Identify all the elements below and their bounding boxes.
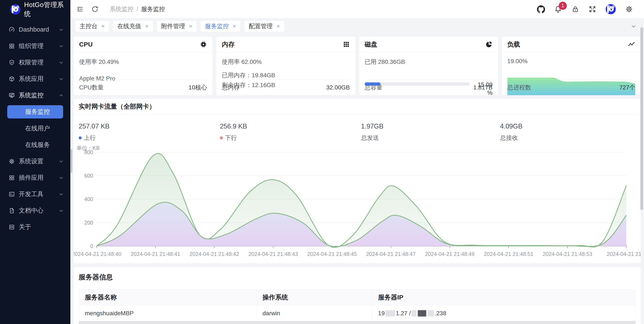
server-table: 服务器名称 操作系统 服务器IP mengshuaideMBP darwin 1… [79,289,636,321]
memory-footer-label: 总内存 [222,84,326,92]
monitor-chart-icon [8,92,15,99]
chevron-down-icon [58,76,64,82]
breadcrumb-page[interactable]: 服务监控 [141,5,165,13]
tab-attachments[interactable]: 附件管理× [157,21,197,32]
sidebar-item-org[interactable]: 组织管理 [0,38,70,54]
load-footer-label: 总进程数 [507,84,620,92]
content-scrollbar[interactable] [71,149,72,173]
chevron-down-icon [58,175,64,181]
upstream-dot [79,136,82,139]
avatar[interactable] [606,4,616,14]
sidebar-item-about[interactable]: 关于 [0,219,70,235]
notifications-button[interactable]: 1 [554,5,562,13]
fullscreen-icon[interactable] [588,5,596,13]
cpu-chip-icon [200,41,207,48]
tabbar: 主控台× 在线充值× 附件管理× 服务监控× 配置管理× [70,18,644,34]
cpu-footer-label: CPU数量 [79,84,188,92]
svg-text:600: 600 [84,173,93,179]
sidebar-subitem-label: 在线用户 [25,124,50,133]
tab-close-icon[interactable]: × [101,23,105,30]
load-footer-value: 727个 [619,84,635,92]
disk-card-title: 磁盘 [365,40,485,49]
svg-text:2024-04-21 21:48:51: 2024-04-21 21:48:51 [484,251,533,257]
table-row: mengshuaideMBP darwin 191.27 / .238 [79,305,636,321]
disk-used: 已用 280.36GB [365,58,492,66]
chevron-down-icon [58,43,64,49]
disk-footer-label: 总容量 [365,84,474,92]
chevron-down-icon [58,208,64,213]
refresh-icon[interactable] [91,6,98,13]
page-scrollbar[interactable] [640,27,643,210]
traffic-panel: 实时网卡流量（全部网卡） 257.07 KB 上行 256.9 KB 下行 1.… [73,99,641,264]
memory-footer-value: 32.00GB [326,84,350,91]
chevron-up-icon [58,93,64,98]
tab-service-monitor[interactable]: 服务监控× [200,21,240,32]
tab-close-icon[interactable]: × [276,23,280,30]
app-title: HotGo管理系统 [24,1,70,18]
tab-close-icon[interactable]: × [145,23,148,30]
downstream-dot [220,136,223,139]
server-title: 服务器信息 [79,272,113,282]
memory-used: 已用内存：19.84GB [222,71,350,79]
sidebar-item-monitor[interactable]: 系统监控 [0,87,70,104]
tab-close-icon[interactable]: × [233,23,236,30]
svg-text:2024-04-21 21:48:45: 2024-04-21 21:48:45 [307,251,357,257]
stat-cards-row: CPU 使用率 20.49% Apple M2 Pro CPU数量 10核心 内… [73,36,641,95]
sidebar-subitem-label: 服务监控 [25,108,50,116]
tabbar-chevron-down-icon[interactable] [630,23,637,30]
tab-label: 在线充值 [117,22,141,30]
column-server-ip: 服务器IP [372,290,636,305]
disk-card: 磁盘 已用 280.36GB 15.09 % [359,36,498,95]
collapse-sidebar-icon[interactable] [76,6,84,13]
lock-icon[interactable] [572,5,579,13]
sidebar-item-label: 关于 [19,223,64,231]
terminal-icon [8,191,15,197]
traffic-stats: 257.07 KB 上行 256.9 KB 下行 1.97GB 总发送 4.09… [74,115,641,140]
sidebar-item-docs[interactable]: 文档中心 [0,202,70,219]
settings-gear-icon[interactable] [625,5,633,13]
breadcrumb-section[interactable]: 系统监控 [110,5,134,13]
koala-logo-icon [10,4,20,15]
table-bottom-strip [79,321,636,324]
tab-console[interactable]: 主控台× [75,21,109,32]
sidebar-item-apps[interactable]: 系统应用 [0,71,70,87]
logo-row[interactable]: HotGo管理系统 [0,0,70,19]
github-icon[interactable] [537,5,545,13]
chevron-down-icon [58,159,64,164]
grid-icon [8,43,15,49]
svg-text:2024-04-21 21:4: 2024-04-21 21:4 [607,251,641,257]
breadcrumb: 系统监控 / 服务监控 [110,5,165,13]
svg-text:2024-04-21 21:48:43: 2024-04-21 21:48:43 [248,251,298,257]
sidebar-item-plugins[interactable]: 插件应用 [0,169,70,186]
sidebar-subitem-service-monitor[interactable]: 服务监控 [7,105,63,118]
gauge-icon [8,27,15,33]
svg-text:2024-04-21 21:48:47: 2024-04-21 21:48:47 [366,251,416,257]
tab-label: 附件管理 [161,22,185,30]
sidebar-item-permissions[interactable]: 权限管理 [0,54,70,71]
sidebar-item-devtools[interactable]: 开发工具 [0,186,70,202]
tab-config[interactable]: 配置管理× [244,21,284,32]
tab-recharge[interactable]: 在线充值× [113,21,153,32]
cpu-card-title: CPU [79,41,200,48]
page: HotGo管理系统 Dashboard 组织管理 权限管理 系统应用 [0,0,644,324]
sidebar-item-label: 组织管理 [19,42,58,50]
sidebar-item-settings[interactable]: 系统设置 [0,153,70,169]
sidebar-subitem-online-services[interactable]: 在线服务 [0,137,70,153]
sidebar-item-dashboard[interactable]: Dashboard [0,21,70,38]
tab-close-icon[interactable]: × [189,23,192,30]
memory-usage: 使用率 62.00% [222,58,350,66]
server-os-cell: darwin [256,305,372,321]
chevron-down-icon [58,27,64,33]
sidebar-subitem-online-users[interactable]: 在线用户 [0,120,70,137]
stat-upstream: 257.07 KB 上行 [79,123,110,142]
shield-check-icon [8,59,15,66]
topbar: 系统监控 / 服务监控 1 [70,0,644,18]
column-server-name: 服务器名称 [79,290,256,305]
sidebar-item-label: 插件应用 [19,174,58,182]
tab-label: 配置管理 [249,22,272,30]
svg-text:2024-04-21 21:48:41: 2024-04-21 21:48:41 [131,251,180,257]
load-card: 负载 19.00% [502,36,641,95]
sidebar-item-label: 系统监控 [19,91,58,100]
svg-text:0: 0 [90,243,93,249]
sidebar-subitem-label: 在线服务 [25,141,50,149]
